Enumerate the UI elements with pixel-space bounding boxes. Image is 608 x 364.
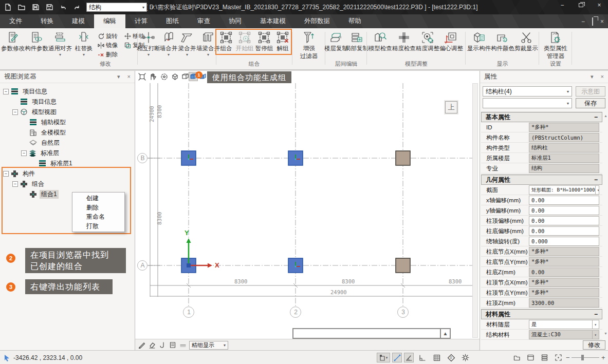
property-input[interactable]: 0.00 xyxy=(529,226,599,236)
tree-item-model-view[interactable]: − 模型视图 xyxy=(12,107,58,117)
caret-down-icon[interactable]: ▾ xyxy=(207,53,209,57)
save-button[interactable]: 保存 xyxy=(576,98,605,108)
property-input[interactable]: 0.00 xyxy=(529,216,599,225)
close-button[interactable]: × xyxy=(596,2,603,9)
caret-down-icon[interactable]: ▾ xyxy=(59,53,61,57)
zoom-slider-handle[interactable] xyxy=(581,355,584,360)
tree-item-project-info[interactable]: 项目信息 xyxy=(20,97,58,107)
section-combo[interactable]: 矩形截面: B*H=1000*1000▾ xyxy=(529,185,599,195)
column-replace-button[interactable]: 柱替换 ▾ xyxy=(72,28,96,62)
zoom-slider-track[interactable] xyxy=(572,357,599,358)
caret-down-icon[interactable]: ▾ xyxy=(142,5,144,10)
zoom-in-button[interactable]: + xyxy=(601,351,605,364)
caret-down-icon[interactable]: ▾ xyxy=(83,53,85,57)
tree-item-group-1[interactable]: 组合1 xyxy=(29,189,59,199)
display-mode-combo[interactable]: 精细显示 ▾ xyxy=(189,341,228,350)
mdi-minimize-button[interactable]: − xyxy=(581,18,585,25)
caret-down-icon[interactable]: ▾ xyxy=(567,89,569,94)
menu-edit[interactable]: 编辑 xyxy=(94,14,125,28)
new-view-icon[interactable] xyxy=(512,353,522,362)
property-input[interactable]: 0.00 xyxy=(529,196,599,205)
restore-button[interactable] xyxy=(577,2,584,9)
new-file-icon[interactable] xyxy=(3,3,12,12)
command-bar[interactable]: ▲ xyxy=(292,328,451,339)
database-layers-icon[interactable] xyxy=(540,353,549,362)
selection-box-icon[interactable] xyxy=(554,353,563,362)
object-snap-toggle[interactable]: ▾ xyxy=(377,353,390,362)
open-file-icon[interactable] xyxy=(17,3,26,12)
caret-down-icon[interactable]: ▾ xyxy=(148,53,150,57)
save-as-icon[interactable] xyxy=(45,3,54,12)
caret-down-icon[interactable]: ▾ xyxy=(592,320,597,329)
floor-copy-button[interactable]: 楼层复制 xyxy=(326,28,346,62)
command-bar-expand-button[interactable]: ▲ xyxy=(440,328,451,339)
tree-item-aux-model[interactable]: 辅助模型 xyxy=(29,117,67,127)
menu-drawing[interactable]: 图纸 xyxy=(157,14,188,28)
panel-scroll-down-icon[interactable]: ▼ xyxy=(604,332,607,335)
sheet-tool-icon[interactable] xyxy=(169,341,177,349)
tree-item-components[interactable]: − 构件 xyxy=(3,168,36,179)
line-tool-icon[interactable] xyxy=(179,341,187,349)
collapse-icon[interactable]: − xyxy=(594,176,598,183)
delete-button[interactable]: 删除 xyxy=(98,50,124,59)
menu-convert[interactable]: 转换 xyxy=(31,14,63,28)
origin-marker-toggle[interactable]: 0 xyxy=(446,353,456,362)
orbit-icon[interactable] xyxy=(159,72,169,81)
caret-down-icon[interactable]: ▾ xyxy=(168,53,170,57)
model-check-button[interactable]: 模型检查 xyxy=(369,28,392,62)
collapse-icon[interactable]: − xyxy=(594,113,598,121)
selection-combo[interactable]: 结构柱(4) ▾ xyxy=(483,86,572,97)
view-cube-icon[interactable] xyxy=(170,72,179,81)
modify-button[interactable]: 修改 xyxy=(583,340,605,350)
menu-help[interactable]: 帮助 xyxy=(339,14,371,28)
context-menu-delete[interactable]: 删除 xyxy=(72,203,124,212)
caret-down-icon[interactable]: ▾ xyxy=(224,343,226,348)
combine-button[interactable]: 组合 xyxy=(217,28,235,62)
menu-collaborate[interactable]: 协同 xyxy=(219,14,251,28)
context-menu-explode[interactable]: 打散 xyxy=(72,221,124,231)
ortho-toggle[interactable] xyxy=(417,353,427,362)
caret-down-icon[interactable]: ▾ xyxy=(186,53,188,57)
caret-down-icon[interactable]: ▾ xyxy=(567,101,569,106)
mirror-button[interactable]: 镜像 xyxy=(98,41,124,50)
column-b3[interactable] xyxy=(396,151,410,165)
type-combo[interactable]: ▾ xyxy=(483,98,572,108)
precision-check-button[interactable]: 精度检查 xyxy=(392,28,416,62)
tree-item-project-info-root[interactable]: − 项目信息 xyxy=(3,86,49,97)
tree-expander[interactable]: − xyxy=(12,181,18,187)
toolbar-options-icon[interactable]: ▾ xyxy=(152,5,154,10)
menu-calculate[interactable]: 计算 xyxy=(125,14,157,28)
menu-file[interactable]: 文件 xyxy=(0,14,31,28)
canvas-vertical-scrollbar[interactable] xyxy=(472,83,478,338)
sketch-tool-icon[interactable] xyxy=(138,341,146,349)
property-input[interactable]: 0.00 xyxy=(529,206,599,215)
tree-item-group[interactable]: − 组合 xyxy=(12,179,46,189)
collapse-icon[interactable]: − xyxy=(594,311,598,318)
menu-basic-modeling[interactable]: 基本建模 xyxy=(251,14,295,28)
section-geometry-properties[interactable]: 几何属性 − xyxy=(481,175,602,185)
clip-display-button[interactable]: 剪裁显示 xyxy=(514,28,538,62)
workset-combo[interactable]: 结构 ▾ xyxy=(86,3,147,12)
mutual-break-button[interactable]: 相互打断 ▾ xyxy=(138,28,159,62)
context-menu-create[interactable]: 创建 xyxy=(72,194,124,203)
undo-icon[interactable] xyxy=(59,3,68,12)
zoom-out-button[interactable]: − xyxy=(566,351,570,364)
property-input[interactable]: 0.000 xyxy=(529,237,599,246)
column-a3[interactable] xyxy=(396,258,410,273)
partial-copy-button[interactable]: 局部复制 xyxy=(346,28,367,62)
grid-toggle[interactable] xyxy=(432,353,441,362)
tree-expander[interactable]: − xyxy=(21,150,27,156)
section-basic-properties[interactable]: 基本属性 − xyxy=(481,112,602,122)
menu-modeling[interactable]: 建模 xyxy=(63,14,94,28)
param-edit-button[interactable]: 参数修改 xyxy=(1,28,25,62)
zoom-extents-icon[interactable] xyxy=(137,72,146,81)
ungroup-button[interactable]: 解组 xyxy=(274,28,291,62)
panel-close-icon[interactable]: × xyxy=(127,73,131,80)
settings-gear-icon[interactable] xyxy=(460,353,470,362)
redo-icon[interactable] xyxy=(72,3,82,12)
caret-down-icon[interactable]: ▾ xyxy=(595,186,599,194)
rotate-button[interactable]: 旋转 xyxy=(98,31,124,41)
align-button[interactable]: 通用对齐 ▾ xyxy=(48,28,72,62)
material-follow-combo[interactable]: 是▾ xyxy=(529,320,599,329)
tree-expander[interactable]: − xyxy=(12,109,18,115)
